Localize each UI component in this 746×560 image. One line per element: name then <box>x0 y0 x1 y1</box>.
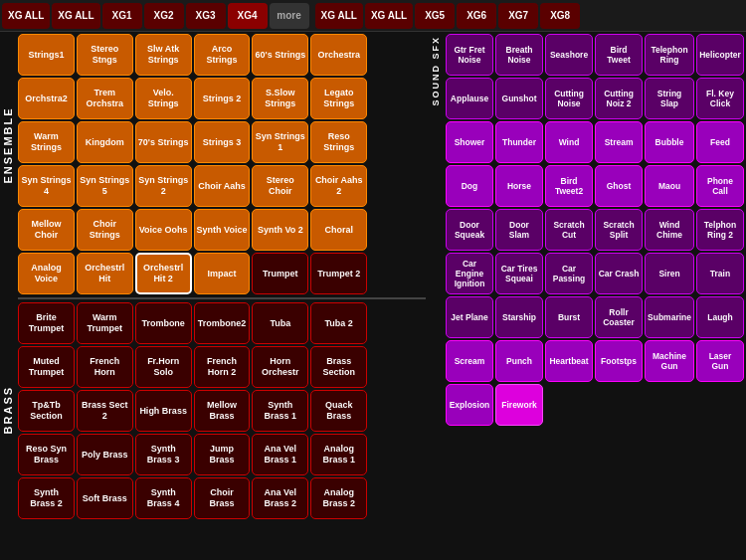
btn-telphon2[interactable]: Telphon Ring 2 <box>696 209 744 251</box>
btn-reso-syn[interactable]: Reso Syn Brass <box>18 434 75 475</box>
btn-string-slap[interactable]: String Slap <box>645 78 694 119</box>
btn-punch[interactable]: Punch <box>495 340 543 382</box>
btn-shower[interactable]: Shower <box>446 121 493 163</box>
btn-cutting-noiz2[interactable]: Cutting Noiz 2 <box>595 78 643 119</box>
btn-synth-brass3[interactable]: Synth Brass 3 <box>135 434 192 475</box>
btn-trombone[interactable]: Trombone <box>135 302 192 344</box>
btn-kingdom[interactable]: Kingdom <box>77 121 133 163</box>
btn-warm-trumpet[interactable]: Warm Trumpet <box>77 302 133 344</box>
btn-tuba[interactable]: Tuba <box>252 302 308 344</box>
btn-horn-orchestr[interactable]: Horn Orchestr <box>252 346 308 388</box>
btn-burst[interactable]: Burst <box>545 296 593 338</box>
btn-synth-brass2[interactable]: Synth Brass 2 <box>18 477 75 519</box>
btn-legato[interactable]: Legato Strings <box>310 78 367 119</box>
btn-orchestrl-hit2[interactable]: Orchestrl Hit 2 <box>135 253 192 294</box>
btn-heartbeat[interactable]: Heartbeat <box>545 340 593 382</box>
btn-high-brass[interactable]: High Brass <box>135 390 192 432</box>
btn-gunshot[interactable]: Gunshot <box>495 78 543 119</box>
btn-applause[interactable]: Applause <box>446 78 493 119</box>
btn-car-engine[interactable]: Car Engine Ignition <box>446 253 493 294</box>
btn-bird-tweet[interactable]: Bird Tweet <box>595 34 643 76</box>
btn-orchestra[interactable]: Orchestra <box>310 34 367 76</box>
tab-xg3[interactable]: XG3 <box>186 3 226 29</box>
btn-frhorn-solo[interactable]: Fr.Horn Solo <box>135 346 192 388</box>
btn-maou[interactable]: Maou <box>645 165 694 207</box>
btn-synth-brass1[interactable]: Synth Brass 1 <box>252 390 308 432</box>
btn-warm-strings[interactable]: Warm Strings <box>18 121 75 163</box>
btn-ana-vel2[interactable]: Ana Vel Brass 2 <box>252 477 308 519</box>
btn-explosion[interactable]: Explosion <box>446 384 493 426</box>
tab-xg1[interactable]: XG1 <box>102 3 142 29</box>
btn-breath[interactable]: Breath Noise <box>495 34 543 76</box>
btn-mellow-brass[interactable]: Mellow Brass <box>194 390 251 432</box>
more-button[interactable]: more <box>270 3 309 29</box>
btn-trumpet2[interactable]: Trumpet 2 <box>310 253 367 294</box>
btn-seashore[interactable]: Seashore <box>545 34 593 76</box>
btn-french-horn2[interactable]: French Horn 2 <box>194 346 251 388</box>
tab-xgall-1[interactable]: XG ALL <box>2 3 50 29</box>
btn-door-squeak[interactable]: Door Squeak <box>446 209 493 251</box>
btn-sslow[interactable]: S.Slow Strings <box>252 78 308 119</box>
tab-xg2[interactable]: XG2 <box>144 3 184 29</box>
btn-strings1[interactable]: Strings1 <box>18 34 75 76</box>
btn-brass-sect2[interactable]: Brass Sect 2 <box>77 390 133 432</box>
btn-scratch-cut[interactable]: Scratch Cut <box>545 209 593 251</box>
btn-gtr-fret[interactable]: Gtr Fret Noise <box>446 34 493 76</box>
btn-stereo-stngs[interactable]: Stereo Stngs <box>77 34 133 76</box>
btn-starship[interactable]: Starship <box>495 296 543 338</box>
btn-60s[interactable]: 60's Strings <box>252 34 308 76</box>
tab-xgall-4[interactable]: XG ALL <box>365 3 413 29</box>
btn-fl-key[interactable]: Fl. Key Click <box>696 78 744 119</box>
btn-strings3[interactable]: Strings 3 <box>194 121 251 163</box>
btn-choir-strings[interactable]: Choir Strings <box>77 209 133 251</box>
btn-trem[interactable]: Trem Orchstra <box>77 78 133 119</box>
btn-tptb[interactable]: Tp&Tb Section <box>18 390 75 432</box>
btn-dog[interactable]: Dog <box>446 165 493 207</box>
btn-brite-trumpet[interactable]: Brite Trumpet <box>18 302 75 344</box>
tab-xg5[interactable]: XG5 <box>415 3 455 29</box>
btn-arco[interactable]: Arco Strings <box>194 34 251 76</box>
tab-xg7[interactable]: XG7 <box>498 3 538 29</box>
btn-wind[interactable]: Wind <box>545 121 593 163</box>
btn-quack-brass[interactable]: Quack Brass <box>310 390 367 432</box>
btn-synth-brass4[interactable]: Synth Brass 4 <box>135 477 192 519</box>
btn-voice-oohs[interactable]: Voice Oohs <box>135 209 192 251</box>
btn-muted-trumpet[interactable]: Muted Trumpet <box>18 346 75 388</box>
btn-car-tires[interactable]: Car Tires Squeai <box>495 253 543 294</box>
btn-choir-aahs2[interactable]: Choir Aahs 2 <box>310 165 367 207</box>
btn-strings2[interactable]: Strings 2 <box>194 78 251 119</box>
btn-stream[interactable]: Stream <box>595 121 643 163</box>
btn-submarine[interactable]: Submarine <box>645 296 694 338</box>
tab-xg4[interactable]: XG4 <box>228 3 268 29</box>
btn-thunder[interactable]: Thunder <box>495 121 543 163</box>
btn-analog-brass1[interactable]: Analog Brass 1 <box>310 434 367 475</box>
btn-feed[interactable]: Feed <box>696 121 744 163</box>
btn-ghost[interactable]: Ghost <box>595 165 643 207</box>
btn-trombone2[interactable]: Trombone2 <box>194 302 251 344</box>
btn-orchstra2[interactable]: Orchstra2 <box>18 78 75 119</box>
btn-choir-brass[interactable]: Choir Brass <box>194 477 251 519</box>
btn-scratch-split[interactable]: Scratch Split <box>595 209 643 251</box>
btn-laser-gun[interactable]: Laser Gun <box>696 340 744 382</box>
tab-xgall-3[interactable]: XG ALL <box>315 3 363 29</box>
btn-brass-section[interactable]: Brass Section <box>310 346 367 388</box>
btn-reso-strings[interactable]: Reso Strings <box>310 121 367 163</box>
btn-telephon[interactable]: Telephon Ring <box>645 34 694 76</box>
btn-car-crash[interactable]: Car Crash <box>595 253 643 294</box>
btn-poly-brass[interactable]: Poly Brass <box>77 434 133 475</box>
btn-footstps[interactable]: Footstps <box>595 340 643 382</box>
btn-horse[interactable]: Horse <box>495 165 543 207</box>
btn-phone-call[interactable]: Phone Call <box>696 165 744 207</box>
btn-rollr-coaster[interactable]: Rollr Coaster <box>595 296 643 338</box>
btn-soft-brass[interactable]: Soft Brass <box>77 477 133 519</box>
btn-car-passing[interactable]: Car Passing <box>545 253 593 294</box>
btn-tuba2[interactable]: Tuba 2 <box>310 302 367 344</box>
btn-syn-strings1[interactable]: Syn Strings 1 <box>252 121 308 163</box>
btn-choir-aahs[interactable]: Choir Aahs <box>194 165 251 207</box>
tab-xg8[interactable]: XG8 <box>540 3 580 29</box>
btn-bird-tweet2[interactable]: Bird Tweet2 <box>545 165 593 207</box>
btn-analog-voice[interactable]: Analog Voice <box>18 253 75 294</box>
btn-analog-brass2[interactable]: Analog Brass 2 <box>310 477 367 519</box>
btn-scream[interactable]: Scream <box>446 340 493 382</box>
btn-choral[interactable]: Choral <box>310 209 367 251</box>
